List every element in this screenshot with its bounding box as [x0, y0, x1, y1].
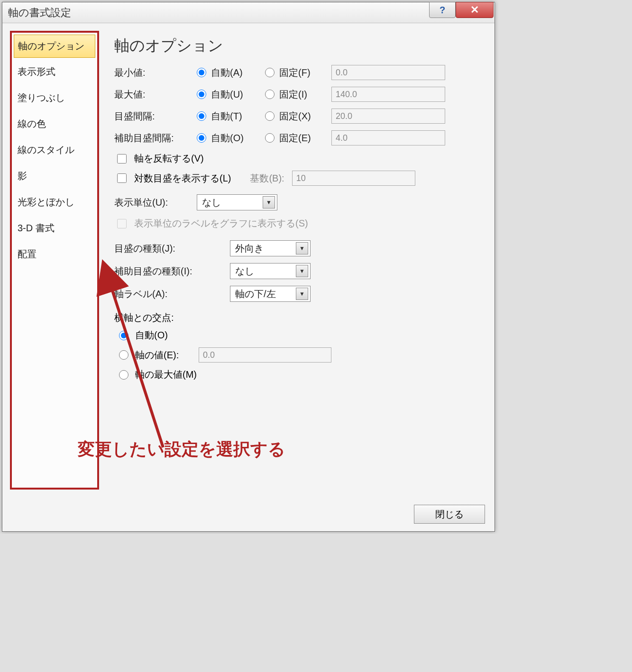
svg-line-0 [111, 286, 163, 447]
input-major[interactable] [331, 109, 445, 124]
radio-major-fixed-label: 固定(X) [279, 110, 325, 123]
chevron-down-icon: ▼ [296, 242, 308, 254]
checkbox-unit-label-text: 表示単位のラベルをグラフに表示する(S) [134, 217, 308, 230]
chevron-down-icon: ▼ [296, 265, 308, 277]
tick-major-label: 目盛の種類(J): [114, 242, 223, 255]
sidebar-item-label: 影 [18, 171, 27, 181]
select-tick-minor-value: なし [235, 265, 254, 278]
radio-min-fixed[interactable] [265, 68, 275, 77]
radio-minor-fixed-label: 固定(E) [279, 132, 325, 145]
sidebar-item-label: 線のスタイル [18, 145, 74, 155]
checkbox-reverse[interactable] [117, 154, 127, 163]
radio-minor-auto-label: 自動(O) [211, 132, 258, 145]
dialog-title: 軸の書式設定 [8, 6, 71, 20]
checkbox-row-reverse: 軸を反転する(V) [114, 152, 481, 165]
radio-max-fixed-label: 固定(I) [279, 88, 325, 101]
checkbox-unit-label [117, 219, 127, 228]
row-minor: 補助目盛間隔: 自動(O) 固定(E) [114, 130, 481, 145]
select-tick-major[interactable]: 外向き ▼ [230, 240, 311, 256]
select-display-unit[interactable]: なし ▼ [197, 194, 277, 210]
chevron-down-icon: ▼ [263, 196, 275, 209]
sidebar-item-shadow[interactable]: 影 [13, 163, 96, 189]
sidebar-item-number-format[interactable]: 表示形式 [13, 59, 96, 85]
sidebar-item-line-style[interactable]: 線のスタイル [13, 137, 96, 163]
row-label-max: 最大値: [114, 88, 190, 101]
radio-minor-auto[interactable] [197, 133, 206, 143]
radio-min-fixed-label: 固定(F) [279, 66, 325, 79]
help-button[interactable]: ? [429, 2, 456, 18]
radio-major-fixed[interactable] [265, 111, 275, 121]
radio-min-auto-label: 自動(A) [211, 66, 258, 79]
checkbox-reverse-label: 軸を反転する(V) [134, 152, 204, 165]
radio-max-auto[interactable] [197, 90, 206, 99]
panel-heading: 軸のオプション [114, 36, 481, 56]
sidebar-item-alignment[interactable]: 配置 [13, 241, 96, 267]
row-major: 目盛間隔: 自動(T) 固定(X) [114, 109, 481, 124]
sidebar-item-axis-options[interactable]: 軸のオプション [14, 35, 95, 58]
radio-major-auto[interactable] [197, 111, 206, 121]
chevron-down-icon: ▼ [296, 288, 308, 300]
sidebar-item-3d-format[interactable]: 3-D 書式 [13, 215, 96, 241]
sidebar-item-label: 線の色 [18, 118, 46, 129]
close-button[interactable]: 閉じる [414, 505, 485, 524]
row-label-minor: 補助目盛間隔: [114, 132, 190, 145]
titlebar-close-button[interactable]: ✕ [456, 2, 494, 18]
checkbox-row-unit-label: 表示単位のラベルをグラフに表示する(S) [114, 217, 481, 230]
input-minor[interactable] [331, 130, 445, 145]
row-label-major: 目盛間隔: [114, 110, 190, 123]
titlebar-buttons: ? ✕ [429, 2, 494, 23]
close-icon: ✕ [470, 4, 479, 16]
select-axis-labels-value: 軸の下/左 [235, 288, 276, 300]
checkbox-row-log: 対数目盛を表示する(L) 基数(B): [114, 171, 481, 186]
sidebar-item-label: 表示形式 [18, 66, 55, 77]
checkbox-log[interactable] [117, 173, 127, 183]
row-tick-major: 目盛の種類(J): 外向き ▼ [114, 240, 481, 256]
sidebar-item-label: 3-D 書式 [18, 223, 55, 233]
row-min: 最小値: 自動(A) 固定(F) [114, 65, 481, 80]
annotation-text: 変更したい設定を選択する [78, 438, 285, 461]
sidebar-item-glow[interactable]: 光彩とぼかし [13, 189, 96, 215]
input-log-base[interactable] [292, 171, 415, 186]
sidebar-item-label: 光彩とぼかし [18, 197, 74, 207]
close-button-label: 閉じる [435, 509, 464, 519]
sidebar-item-line-color[interactable]: 線の色 [13, 111, 96, 137]
sidebar-item-label: 塗りつぶし [18, 92, 65, 103]
select-axis-labels[interactable]: 軸の下/左 ▼ [230, 286, 311, 302]
sidebar-item-fill[interactable]: 塗りつぶし [13, 85, 96, 111]
input-cross-value[interactable] [199, 347, 331, 363]
select-tick-minor[interactable]: なし ▼ [230, 263, 311, 279]
radio-minor-fixed[interactable] [265, 133, 275, 143]
sidebar-item-label: 配置 [18, 249, 37, 259]
dialog-footer: 閉じる [2, 497, 495, 531]
log-base-label: 基数(B): [250, 172, 284, 185]
row-max: 最大値: 自動(U) 固定(I) [114, 87, 481, 102]
input-max[interactable] [331, 87, 445, 102]
row-label-min: 最小値: [114, 66, 190, 79]
radio-min-auto[interactable] [197, 68, 206, 77]
input-min[interactable] [331, 65, 445, 80]
row-display-unit: 表示単位(U): なし ▼ [114, 194, 481, 210]
select-tick-major-value: 外向き [235, 242, 264, 255]
annotation-arrow [21, 267, 182, 457]
titlebar: 軸の書式設定 ? ✕ [2, 2, 495, 23]
help-icon: ? [440, 5, 445, 16]
sidebar-item-label: 軸のオプション [18, 41, 84, 51]
checkbox-log-label: 対数目盛を表示する(L) [134, 172, 231, 185]
radio-max-auto-label: 自動(U) [211, 88, 258, 101]
select-display-unit-value: なし [202, 196, 221, 209]
radio-major-auto-label: 自動(T) [211, 110, 258, 123]
radio-max-fixed[interactable] [265, 90, 275, 99]
display-unit-label: 表示単位(U): [114, 196, 190, 209]
